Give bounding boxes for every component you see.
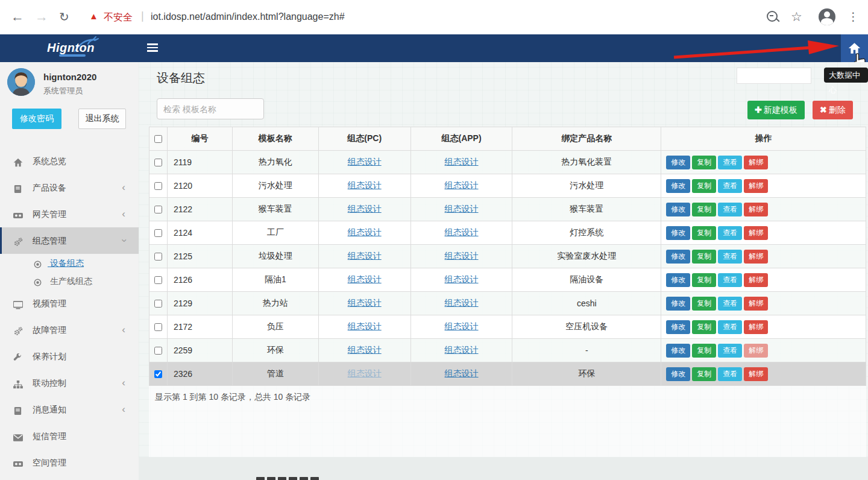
edit-button[interactable]: 修改: [666, 273, 690, 287]
sidebar-item-3[interactable]: 网关管理 ‹: [0, 201, 139, 227]
delete-button[interactable]: ✖删除: [813, 101, 853, 119]
edit-button[interactable]: 修改: [666, 320, 690, 334]
scada-design-link-app[interactable]: 组态设计: [445, 251, 479, 261]
change-password-button[interactable]: 修改密码: [12, 109, 61, 129]
copy-button[interactable]: 复制: [692, 179, 716, 193]
zoom-out-icon[interactable]: [767, 11, 778, 22]
view-button[interactable]: 查看: [718, 367, 742, 381]
unbind-button[interactable]: 解绑: [744, 344, 768, 358]
scada-design-link-app[interactable]: 组态设计: [445, 274, 479, 284]
unbind-button[interactable]: 解绑: [744, 367, 768, 381]
hamburger-menu-icon[interactable]: [147, 43, 158, 52]
scada-design-link-app[interactable]: 组态设计: [445, 298, 479, 308]
row-checkbox[interactable]: [154, 276, 162, 284]
scada-design-link-pc[interactable]: 组态设计: [348, 227, 382, 237]
copy-button[interactable]: 复制: [692, 297, 716, 311]
edit-button[interactable]: 修改: [666, 250, 690, 264]
browser-menu-icon[interactable]: ⋮: [848, 8, 859, 25]
browser-back-icon[interactable]: ←: [11, 8, 24, 25]
scada-design-link-app[interactable]: 组态设计: [445, 180, 479, 190]
edit-button[interactable]: 修改: [666, 344, 690, 358]
copy-button[interactable]: 复制: [692, 273, 716, 287]
scada-design-link-app[interactable]: 组态设计: [445, 204, 479, 213]
copy-button[interactable]: 复制: [692, 156, 716, 169]
sidebar-item-10[interactable]: 联动控制 ‹: [0, 370, 139, 396]
scada-design-link-app[interactable]: 组态设计: [445, 321, 479, 331]
topright-search-input[interactable]: [737, 68, 811, 84]
copy-button[interactable]: 复制: [692, 250, 716, 264]
scada-design-link-app[interactable]: 组态设计: [445, 345, 479, 355]
unbind-button[interactable]: 解绑: [744, 179, 768, 193]
unbind-button[interactable]: 解绑: [744, 273, 768, 287]
scada-design-link-pc[interactable]: 组态设计: [348, 368, 382, 378]
edit-button[interactable]: 修改: [666, 156, 690, 169]
browser-forward-icon[interactable]: →: [35, 8, 48, 25]
row-checkbox[interactable]: [154, 206, 162, 213]
view-button[interactable]: 查看: [718, 297, 742, 311]
view-button[interactable]: 查看: [718, 344, 742, 358]
browser-reload-icon[interactable]: ↻: [59, 8, 69, 25]
unbind-button[interactable]: 解绑: [744, 203, 768, 216]
sidebar-item-12[interactable]: 短信管理: [0, 423, 139, 449]
edit-button[interactable]: 修改: [666, 179, 690, 193]
select-all-checkbox[interactable]: [154, 135, 162, 143]
scada-design-link-pc[interactable]: 组态设计: [348, 321, 382, 331]
row-checkbox[interactable]: [154, 182, 162, 190]
view-button[interactable]: 查看: [718, 203, 742, 216]
row-checkbox[interactable]: [154, 300, 162, 308]
view-button[interactable]: 查看: [718, 320, 742, 334]
scada-design-link-app[interactable]: 组态设计: [445, 157, 479, 166]
sidebar-item-8[interactable]: 故障管理 ‹: [0, 317, 139, 343]
sidebar-item-1[interactable]: 系统总览: [0, 148, 139, 174]
unbind-button[interactable]: 解绑: [744, 297, 768, 311]
security-warning-icon[interactable]: ▲: [89, 11, 98, 21]
sidebar-item-5[interactable]: 设备组态: [0, 254, 139, 272]
view-button[interactable]: 查看: [718, 226, 742, 240]
view-button[interactable]: 查看: [718, 250, 742, 264]
edit-button[interactable]: 修改: [666, 367, 690, 381]
copy-button[interactable]: 复制: [692, 226, 716, 240]
view-button[interactable]: 查看: [718, 273, 742, 287]
sidebar-item-9[interactable]: 保养计划: [0, 343, 139, 370]
scada-design-link-pc[interactable]: 组态设计: [348, 180, 382, 190]
address-bar[interactable]: iot.idosp.net/admin/index.html?language=…: [151, 11, 345, 22]
edit-button[interactable]: 修改: [666, 226, 690, 240]
home-button[interactable]: [841, 34, 868, 62]
edit-button[interactable]: 修改: [666, 297, 690, 311]
view-button[interactable]: 查看: [718, 179, 742, 193]
copy-button[interactable]: 复制: [692, 320, 716, 334]
scada-design-link-pc[interactable]: 组态设计: [348, 157, 382, 166]
logout-button[interactable]: 退出系统: [78, 109, 126, 129]
unbind-button[interactable]: 解绑: [744, 250, 768, 264]
copy-button[interactable]: 复制: [692, 203, 716, 216]
copy-button[interactable]: 复制: [692, 367, 716, 381]
sidebar-item-2[interactable]: 产品设备 ‹: [0, 174, 139, 201]
bookmark-star-icon[interactable]: ☆: [791, 8, 802, 25]
scada-design-link-app[interactable]: 组态设计: [445, 368, 479, 378]
row-checkbox[interactable]: [154, 229, 162, 237]
scada-design-link-pc[interactable]: 组态设计: [348, 345, 382, 355]
scada-design-link-app[interactable]: 组态设计: [445, 227, 479, 237]
new-template-button[interactable]: ✚新建模板: [747, 101, 805, 119]
view-button[interactable]: 查看: [718, 156, 742, 169]
sidebar-item-6[interactable]: 生产线组态: [0, 272, 139, 290]
sidebar-item-7[interactable]: 视频管理: [0, 290, 139, 317]
row-checkbox[interactable]: [154, 253, 162, 261]
copy-button[interactable]: 复制: [692, 344, 716, 358]
sidebar-item-4[interactable]: 组态管理 ‹: [0, 227, 139, 254]
template-search-input[interactable]: [157, 98, 264, 119]
logo[interactable]: Hignton: [0, 34, 139, 62]
unbind-button[interactable]: 解绑: [744, 226, 768, 240]
scada-design-link-pc[interactable]: 组态设计: [348, 274, 382, 284]
row-checkbox[interactable]: [154, 323, 162, 331]
scada-design-link-pc[interactable]: 组态设计: [348, 204, 382, 213]
unbind-button[interactable]: 解绑: [744, 320, 768, 334]
row-checkbox[interactable]: [154, 347, 162, 355]
sidebar-item-11[interactable]: 消息通知 ‹: [0, 396, 139, 423]
scada-design-link-pc[interactable]: 组态设计: [348, 251, 382, 261]
row-checkbox[interactable]: [154, 370, 162, 378]
sidebar-item-13[interactable]: 空间管理: [0, 449, 139, 476]
unbind-button[interactable]: 解绑: [744, 156, 768, 169]
row-checkbox[interactable]: [154, 159, 162, 166]
security-warning-label[interactable]: 不安全: [104, 11, 133, 24]
